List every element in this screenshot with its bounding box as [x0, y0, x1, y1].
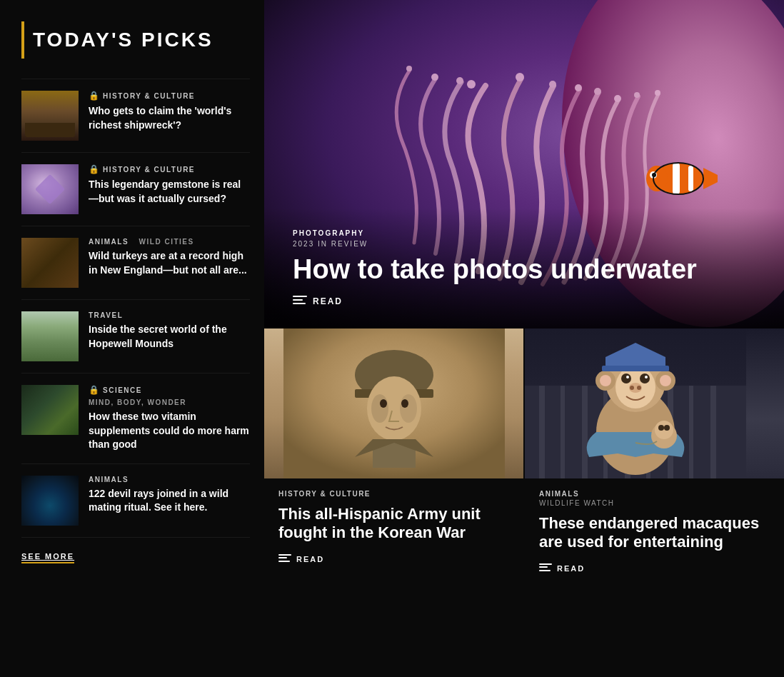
- card-read-line-m2: [539, 566, 548, 568]
- lock-icon-vitamins: 🔒: [89, 385, 99, 395]
- sidebar-item-content-turkey: ANIMALS WILD CITIES Wild turkeys are at …: [89, 238, 250, 288]
- card-read-macaques[interactable]: READ: [539, 563, 770, 573]
- item-title-vitamins: How these two vitamin supplements could …: [89, 410, 250, 452]
- item-title-gemstone: This legendary gemstone is real—but was …: [89, 178, 250, 206]
- svg-rect-14: [673, 163, 680, 194]
- card-category-korean: HISTORY & CULTURE: [278, 490, 509, 498]
- category-label-shipwreck: HISTORY & CULTURE: [103, 92, 195, 100]
- sidebar-header: TODAY'S PICKS: [21, 21, 250, 59]
- svg-point-2: [467, 80, 476, 89]
- card-read-icon-korean: [278, 554, 291, 564]
- svg-point-46: [626, 376, 629, 378]
- card-macaques[interactable]: ANIMALS WILDLIFE WATCH These endangered …: [523, 329, 784, 588]
- see-more-button[interactable]: SEE MORE: [21, 552, 74, 563]
- lock-icon-shipwreck: 🔒: [89, 91, 99, 101]
- sidebar-thumb-mounds: [21, 311, 79, 361]
- svg-point-10: [456, 77, 463, 84]
- sidebar-items-list: 🔒 HISTORY & CULTURE Who gets to claim th…: [21, 79, 250, 538]
- sidebar-item-content-vitamins: 🔒 SCIENCE MIND, BODY, WONDER How these t…: [89, 385, 250, 452]
- sidebar-item-mounds[interactable]: TRAVEL Inside the secret world of the Ho…: [21, 300, 250, 373]
- main-content: PHOTOGRAPHY 2023 IN REVIEW How to take p…: [264, 0, 784, 588]
- card-category-macaques: ANIMALS: [539, 490, 770, 498]
- card-read-line-m3: [539, 570, 551, 571]
- sidebar-accent-bar: [21, 21, 24, 59]
- card-content-macaques: ANIMALS WILDLIFE WATCH These endangered …: [525, 478, 784, 588]
- sidebar-thumb-shipwreck: [21, 91, 79, 141]
- card-korean-war[interactable]: HISTORY & CULTURE This all-Hispanic Army…: [264, 329, 523, 588]
- item-title-mounds: Inside the secret world of the Hopewell …: [89, 323, 250, 351]
- sidebar-item-shipwreck[interactable]: 🔒 HISTORY & CULTURE Who gets to claim th…: [21, 79, 250, 153]
- item-category-vitamins: 🔒 SCIENCE: [89, 385, 250, 395]
- read-icon-line-1: [293, 296, 307, 297]
- page-layout: TODAY'S PICKS 🔒 HISTORY & CULTURE Who ge…: [0, 0, 784, 588]
- svg-rect-39: [689, 386, 693, 478]
- svg-point-12: [406, 66, 412, 71]
- hero-read-text: READ: [313, 296, 343, 306]
- svg-point-5: [575, 84, 582, 91]
- sidebar-item-turkey[interactable]: ANIMALS WILD CITIES Wild turkeys are at …: [21, 226, 250, 300]
- sidebar-thumb-gemstone: [21, 164, 79, 214]
- korean-war-image-svg: [283, 329, 505, 478]
- hero-title: How to take photos underwater: [293, 255, 755, 285]
- item-category-rays: ANIMALS: [89, 476, 250, 483]
- svg-point-52: [600, 375, 611, 386]
- card-read-line-2: [278, 557, 287, 558]
- item-category-mounds: TRAVEL: [89, 311, 250, 319]
- card-title-macaques: These endangered macaques are used for e…: [539, 514, 770, 552]
- sidebar-thumb-vitamins: [21, 385, 79, 435]
- card-read-korean[interactable]: READ: [278, 554, 509, 564]
- card-title-korean: This all-Hispanic Army unit fought in th…: [278, 505, 509, 543]
- hero-read-link[interactable]: READ: [293, 296, 755, 307]
- category-label-turkey-sub: WILD CITIES: [133, 238, 194, 246]
- category-label-turkey: ANIMALS: [89, 238, 129, 246]
- sidebar-thumb-rays: [21, 476, 79, 526]
- category-label-rays: ANIMALS: [89, 476, 129, 483]
- category-label-mounds: TRAVEL: [89, 311, 123, 319]
- svg-point-44: [621, 373, 631, 383]
- svg-point-9: [655, 90, 660, 96]
- svg-point-6: [594, 88, 601, 95]
- svg-point-45: [640, 373, 650, 383]
- sidebar-item-gemstone[interactable]: 🔒 HISTORY & CULTURE This legendary gemst…: [21, 153, 250, 226]
- card-read-line-3: [278, 561, 290, 562]
- card-read-line-m1: [539, 563, 552, 565]
- hero-subcategory: 2023 IN REVIEW: [293, 240, 755, 248]
- item-category-turkey: ANIMALS WILD CITIES: [89, 238, 250, 246]
- sidebar-item-content-rays: ANIMALS 122 devil rays joined in a wild …: [89, 476, 250, 526]
- svg-point-8: [634, 92, 640, 98]
- item-category-shipwreck: 🔒 HISTORY & CULTURE: [89, 91, 250, 101]
- card-read-line-1: [278, 554, 291, 556]
- hero-category: PHOTOGRAPHY: [293, 229, 755, 237]
- item-title-rays: 122 devil rays joined in a wild mating r…: [89, 487, 250, 515]
- svg-point-7: [614, 95, 621, 102]
- read-lines-icon: [293, 296, 307, 307]
- sidebar-item-content-shipwreck: 🔒 HISTORY & CULTURE Who gets to claim th…: [89, 91, 250, 141]
- hero-section[interactable]: PHOTOGRAPHY 2023 IN REVIEW How to take p…: [264, 0, 784, 329]
- sidebar-item-content-gemstone: 🔒 HISTORY & CULTURE This legendary gemst…: [89, 164, 250, 214]
- svg-rect-40: [710, 386, 716, 478]
- category-label-gemstone: HISTORY & CULTURE: [103, 166, 195, 174]
- svg-point-57: [655, 421, 673, 439]
- sidebar-item-rays[interactable]: ANIMALS 122 devil rays joined in a wild …: [21, 464, 250, 538]
- svg-point-29: [400, 394, 417, 423]
- sidebar-item-vitamins[interactable]: 🔒 SCIENCE MIND, BODY, WONDER How these t…: [21, 373, 250, 464]
- category-label-vitamins: SCIENCE: [103, 386, 142, 394]
- category-sub-label-vitamins: MIND, BODY, WONDER: [89, 398, 186, 406]
- card-read-text-korean: READ: [296, 555, 324, 563]
- read-icon-line-2: [293, 299, 303, 301]
- svg-point-3: [516, 73, 524, 81]
- lock-icon-gemstone: 🔒: [89, 164, 99, 174]
- hero-overlay: PHOTOGRAPHY 2023 IN REVIEW How to take p…: [264, 208, 784, 329]
- item-subcategory-vitamins: MIND, BODY, WONDER: [89, 398, 250, 406]
- svg-point-47: [645, 376, 648, 378]
- read-icon-line-3: [293, 303, 306, 304]
- card-read-icon-macaques: [539, 563, 552, 573]
- svg-point-11: [431, 74, 438, 81]
- card-content-korean: HISTORY & CULTURE This all-Hispanic Army…: [264, 478, 523, 578]
- card-category-row-korean: HISTORY & CULTURE: [278, 490, 509, 498]
- svg-point-54: [660, 375, 671, 386]
- sidebar-thumb-turkey: [21, 238, 79, 288]
- svg-point-50: [637, 386, 641, 390]
- svg-rect-32: [539, 386, 545, 478]
- svg-rect-34: [582, 386, 588, 478]
